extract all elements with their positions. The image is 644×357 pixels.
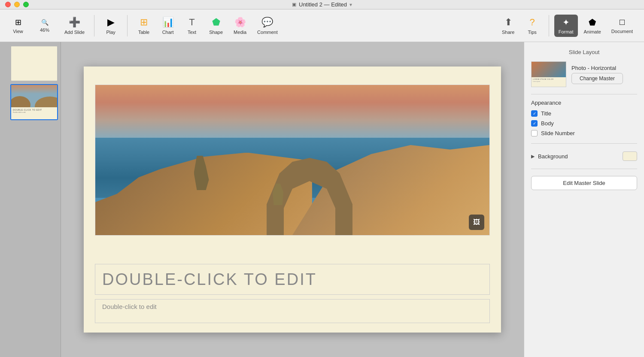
photo-overlay-icon: 🖼 <box>473 218 480 226</box>
layout-thumb-text: LOREM IPSUM COLOR Lorem ipsum <box>532 77 566 83</box>
divider-1 <box>94 15 94 36</box>
document-tab-button[interactable]: □ Document <box>607 15 637 36</box>
zoom-button[interactable]: 🔍 46% <box>31 16 58 35</box>
view-icon: ⊞ <box>15 18 21 27</box>
close-button[interactable] <box>5 2 11 7</box>
zoom-icon: 🔍 <box>41 19 49 26</box>
slide-number-checkbox-row: Slide Number <box>531 130 637 136</box>
layout-info: Photo - Horizontal Change Master <box>571 65 623 84</box>
shape-icon: ⬟ <box>212 17 220 28</box>
canvas-area: 🖼 DOUBLE-CLICK TO EDIT Double-click to e… <box>61 42 524 357</box>
appearance-title: Appearance <box>531 100 637 106</box>
format-label: Format <box>559 29 574 34</box>
zoom-label: 46% <box>40 27 49 33</box>
body-placeholder-text: Double-click to edit <box>102 303 157 310</box>
svg-rect-1 <box>11 85 58 94</box>
layout-name: Photo - Horizontal <box>571 65 623 71</box>
body-checkbox[interactable]: ✓ <box>531 120 538 127</box>
body-placeholder[interactable]: Double-click to edit <box>95 299 490 323</box>
table-icon: ⊞ <box>140 17 148 28</box>
animate-tab-button[interactable]: ⬟ Animate <box>580 15 605 37</box>
photo-overlay-button[interactable]: 🖼 <box>469 215 484 230</box>
comment-button[interactable]: 💬 Comment <box>253 14 282 37</box>
shape-label: Shape <box>209 30 223 35</box>
table-button[interactable]: ⊞ Table <box>133 14 155 37</box>
photo-placeholder <box>95 85 489 235</box>
slide-2-image <box>11 85 58 107</box>
photo-sky <box>95 85 489 138</box>
title-placeholder[interactable]: DOUBLE-CLICK TO EDIT <box>95 264 490 295</box>
layout-thumb-body: Lorem ipsum <box>533 81 565 82</box>
add-slide-icon: ➕ <box>69 17 80 28</box>
comment-label: Comment <box>257 30 278 35</box>
background-disclosure-icon: ▶ <box>531 154 535 159</box>
view-button[interactable]: ⊞ View <box>7 15 29 36</box>
slide-2-canvas: DOUBLE-CLICK TO EDIT Double-click to edi… <box>11 85 58 119</box>
add-slide-label: Add Slide <box>64 30 85 35</box>
title-placeholder-text: DOUBLE-CLICK TO EDIT <box>102 270 317 289</box>
chart-button[interactable]: 📊 Chart <box>157 14 179 37</box>
title-checkbox[interactable]: ✓ <box>531 110 538 117</box>
panel-divider-2 <box>531 143 637 144</box>
layout-preview: LOREM IPSUM COLOR Lorem ipsum Photo - Ho… <box>531 61 637 87</box>
share-label: Share <box>502 30 514 35</box>
slide-thumbnail-1[interactable]: 1 <box>3 45 58 82</box>
layout-thumb-image <box>532 62 566 77</box>
titlebar: ▣ Untitled 2 — Edited ▾ <box>0 0 644 9</box>
shape-button[interactable]: ⬟ Shape <box>205 14 227 37</box>
background-row[interactable]: ▶ Background <box>531 149 637 163</box>
document-icon: □ <box>620 17 625 27</box>
tips-button[interactable]: ? Tips <box>521 14 544 37</box>
body-checkbox-row: ✓ Body <box>531 120 637 127</box>
add-slide-button[interactable]: ➕ Add Slide <box>60 14 89 37</box>
panel-divider-1 <box>531 94 637 94</box>
media-label: Media <box>234 30 246 35</box>
view-label: View <box>13 29 23 34</box>
layout-thumb-title: LOREM IPSUM COLOR <box>533 78 565 80</box>
slide-2-inner: DOUBLE-CLICK TO EDIT Double-click to edi… <box>10 84 58 120</box>
change-master-button[interactable]: Change Master <box>571 73 623 84</box>
chart-label: Chart <box>162 30 174 35</box>
title-checkbox-row: ✓ Title <box>531 110 637 117</box>
background-label: Background <box>538 153 619 160</box>
slide-2-photo-svg <box>11 85 58 107</box>
chart-icon: 📊 <box>162 17 174 28</box>
traffic-lights <box>5 2 29 7</box>
edit-master-slide-button[interactable]: Edit Master Slide <box>531 176 637 190</box>
media-icon: 🌸 <box>234 17 246 28</box>
appearance-section: Appearance ✓ Title ✓ Body Slide Number <box>531 100 637 136</box>
title-dropdown-icon[interactable]: ▾ <box>349 2 352 8</box>
maximize-button[interactable] <box>23 2 29 7</box>
format-icon: ✦ <box>562 17 570 27</box>
slide-thumbnail-2[interactable]: 2 <box>3 84 58 120</box>
share-icon: ⬆ <box>504 17 512 28</box>
format-tab-button[interactable]: ✦ Format <box>554 15 578 37</box>
minimize-button[interactable] <box>14 2 20 7</box>
animate-label: Animate <box>584 29 601 34</box>
slide-number-checkbox[interactable] <box>531 130 538 136</box>
text-button[interactable]: T Text <box>181 14 203 37</box>
share-button[interactable]: ⬆ Share <box>497 14 519 37</box>
tips-label: Tips <box>528 30 536 35</box>
slide-1-inner <box>10 45 58 82</box>
layout-thumbnail: LOREM IPSUM COLOR Lorem ipsum <box>531 61 566 87</box>
background-color-swatch[interactable] <box>623 151 637 161</box>
panel-divider-3 <box>531 169 637 169</box>
main-area: 1 2 <box>0 42 644 357</box>
right-panel: Slide Layout LOREM IPSUM COLOR Lorem ips… <box>524 42 644 357</box>
slide-panel: 1 2 <box>0 42 61 357</box>
slide-number-checkbox-label: Slide Number <box>541 130 575 136</box>
keynote-icon: ▣ <box>292 2 296 7</box>
slide-editor[interactable]: 🖼 DOUBLE-CLICK TO EDIT Double-click to e… <box>84 67 501 333</box>
comment-icon: 💬 <box>261 17 273 28</box>
text-icon: T <box>189 17 194 28</box>
photo-area[interactable]: 🖼 <box>95 85 490 236</box>
play-button[interactable]: ▶ Play <box>100 14 122 37</box>
divider-2 <box>127 15 128 36</box>
media-button[interactable]: 🌸 Media <box>229 14 251 37</box>
tips-icon: ? <box>530 17 535 28</box>
window-title: ▣ Untitled 2 — Edited ▾ <box>292 1 352 8</box>
slide-2-body: Double-click to edit <box>13 112 58 113</box>
document-label: Document <box>611 29 633 34</box>
section-title: Slide Layout <box>531 49 637 55</box>
